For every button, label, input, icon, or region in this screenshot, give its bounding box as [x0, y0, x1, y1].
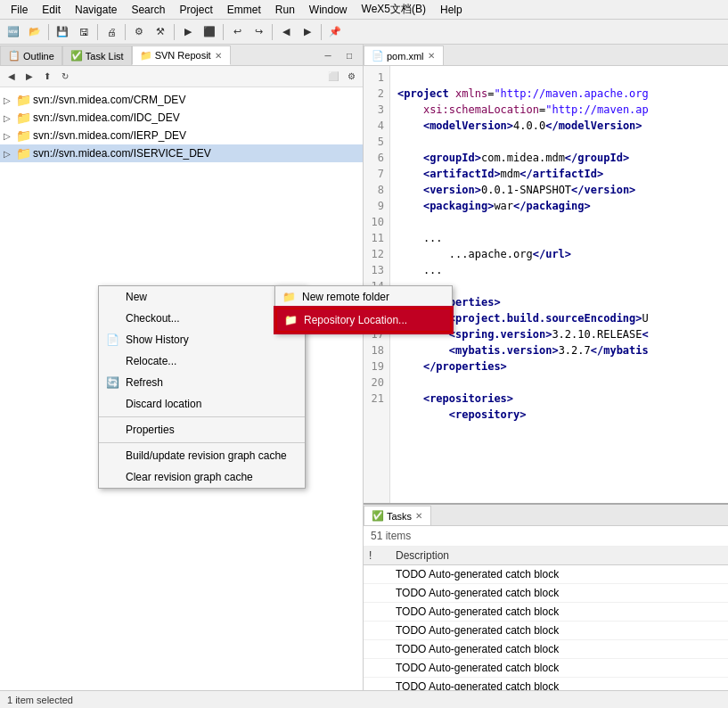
- col-bang: !: [364, 547, 390, 565]
- folder-icon-idc: 📁: [16, 111, 31, 125]
- task-desc: TODO Auto-generated catch block: [390, 565, 728, 584]
- menu-wex5[interactable]: WeX5文档(B): [355, 0, 433, 19]
- code-content[interactable]: <project xmlns="http://maven.apache.org …: [390, 66, 656, 503]
- toolbar-sep7: [321, 24, 322, 40]
- tree-label-ierp: svn://svn.midea.com/IERP_DEV: [33, 129, 186, 142]
- svn-refresh[interactable]: ↻: [57, 69, 73, 85]
- bottom-panel: ✅ Tasks ✕ 51 items ! Description TODO Au…: [364, 503, 728, 708]
- toolbar-print[interactable]: 🖨: [102, 22, 121, 42]
- ctx-build-cache[interactable]: Build/update revision graph cache: [99, 445, 305, 466]
- editor-content[interactable]: 12345 678910 1112131415 161718192021 <pr…: [364, 66, 728, 503]
- history-icon: 📄: [106, 333, 119, 346]
- task-desc: TODO Auto-generated catch block: [390, 640, 728, 659]
- table-row[interactable]: TODO Auto-generated catch block: [364, 622, 728, 640]
- table-row[interactable]: TODO Auto-generated catch block: [364, 603, 728, 622]
- svn-fwd[interactable]: ▶: [21, 69, 37, 85]
- ctx-sep1: [99, 416, 305, 417]
- left-tab-bar: 📋 Outline ✅ Task List 📁 SVN Reposit ✕ ─ …: [0, 45, 363, 66]
- task-desc: TODO Auto-generated catch block: [390, 584, 728, 603]
- svn-back[interactable]: ◀: [4, 69, 20, 85]
- editor-tab-bar: 📄 pom.xml ✕: [364, 45, 728, 66]
- toolbar-redo[interactable]: ↪: [249, 22, 268, 42]
- table-row[interactable]: TODO Auto-generated catch block: [364, 565, 728, 584]
- expand-ierp: ▷: [4, 131, 14, 141]
- editor-tab-close[interactable]: ✕: [427, 51, 436, 61]
- toolbar-stop[interactable]: ⬛: [200, 22, 219, 42]
- table-row[interactable]: TODO Auto-generated catch block: [364, 640, 728, 659]
- menu-emmet[interactable]: Emmet: [220, 2, 268, 18]
- menu-help[interactable]: Help: [433, 2, 470, 18]
- tree-item-ierp[interactable]: ▷ 📁 svn://svn.midea.com/IERP_DEV: [0, 127, 363, 144]
- submenu-repo-label: Repository Location...: [304, 314, 407, 326]
- svn-collapse[interactable]: ⬜: [325, 69, 341, 85]
- tree-item-crm[interactable]: ▷ 📁 svn://svn.midea.com/CRM_DEV: [0, 91, 363, 109]
- toolbar-sep2: [97, 24, 98, 40]
- ctx-discard-label: Discard location: [126, 398, 201, 410]
- task-bang: [364, 603, 390, 622]
- xml-icon: 📄: [372, 50, 384, 62]
- col-desc: Description: [390, 547, 728, 565]
- tab-svn[interactable]: 📁 SVN Reposit ✕: [132, 45, 231, 65]
- toolbar-nav-back[interactable]: ◀: [276, 22, 296, 42]
- menu-run[interactable]: Run: [268, 2, 302, 18]
- ctx-properties[interactable]: Properties: [99, 419, 305, 440]
- expand-crm: ▷: [4, 95, 14, 105]
- task-desc: TODO Auto-generated catch block: [390, 659, 728, 678]
- folder-icon-ierp: 📁: [16, 128, 31, 143]
- menu-window[interactable]: Window: [302, 2, 355, 18]
- toolbar-sep5: [223, 24, 224, 40]
- ctx-clear-cache[interactable]: Clear revision graph cache: [99, 466, 305, 488]
- ctx-discard[interactable]: Discard location: [99, 393, 305, 415]
- toolbar-run[interactable]: ▶: [178, 22, 198, 42]
- tab-outline-label: Outline: [23, 51, 54, 62]
- svn-up[interactable]: ⬆: [39, 69, 55, 85]
- tab-svn-close[interactable]: ✕: [214, 51, 223, 61]
- toolbar-save-all[interactable]: 🖫: [74, 22, 94, 42]
- toolbar-save[interactable]: 💾: [53, 22, 72, 42]
- toolbar-open[interactable]: 📂: [25, 22, 45, 42]
- submenu-repo-location[interactable]: 📁 Repository Location...: [275, 308, 452, 333]
- task-bang: [364, 640, 390, 659]
- task-bang: [364, 659, 390, 678]
- tasks-tab-close[interactable]: ✕: [414, 511, 423, 521]
- table-row[interactable]: TODO Auto-generated catch block: [364, 584, 728, 603]
- ctx-relocate[interactable]: Relocate...: [99, 350, 305, 372]
- panel-minimize[interactable]: ─: [318, 45, 338, 65]
- ctx-sep2: [99, 442, 305, 443]
- main-toolbar: 🆕 📂 💾 🖫 🖨 ⚙ ⚒ ▶ ⬛ ↩ ↪ ◀ ▶ 📌: [0, 20, 728, 45]
- outline-icon: 📋: [8, 50, 20, 62]
- submenu-new-folder[interactable]: 📁 New remote folder: [275, 286, 452, 308]
- task-bang: [364, 622, 390, 640]
- ctx-refresh[interactable]: 🔄 Refresh: [99, 372, 305, 393]
- panel-maximize[interactable]: □: [339, 45, 359, 65]
- tab-tasks[interactable]: ✅ Tasks ✕: [364, 506, 431, 525]
- folder-icon-crm: 📁: [16, 93, 31, 107]
- table-row[interactable]: TODO Auto-generated catch block: [364, 659, 728, 678]
- ctx-refresh-label: Refresh: [126, 376, 163, 389]
- tab-outline[interactable]: 📋 Outline: [0, 45, 62, 65]
- toolbar-nav-fwd[interactable]: ▶: [298, 22, 317, 42]
- tab-tasklist-label: Task List: [86, 51, 124, 62]
- svn-settings[interactable]: ⚙: [343, 69, 359, 85]
- tree-item-idc[interactable]: ▷ 📁 svn://svn.midea.com/IDC_DEV: [0, 109, 363, 127]
- ctx-build-label: Build/update revision graph cache: [126, 449, 287, 462]
- toolbar-new[interactable]: 🆕: [4, 22, 23, 42]
- subfolder-icon: 📁: [282, 291, 296, 303]
- menu-file[interactable]: File: [4, 2, 35, 18]
- toolbar-back[interactable]: ⚙: [129, 22, 149, 42]
- tab-tasklist[interactable]: ✅ Task List: [62, 45, 132, 65]
- submenu-folder-label: New remote folder: [302, 291, 389, 303]
- editor-tab-pom[interactable]: 📄 pom.xml ✕: [364, 45, 444, 65]
- menu-search[interactable]: Search: [124, 2, 172, 18]
- ctx-relocate-label: Relocate...: [126, 355, 176, 367]
- task-desc: TODO Auto-generated catch block: [390, 603, 728, 622]
- menu-edit[interactable]: Edit: [35, 2, 68, 18]
- toolbar-pin[interactable]: 📌: [325, 22, 345, 42]
- menu-navigate[interactable]: Navigate: [68, 2, 124, 18]
- toolbar-fwd[interactable]: ⚒: [151, 22, 170, 42]
- menu-project[interactable]: Project: [172, 2, 219, 18]
- toolbar-undo[interactable]: ↩: [227, 22, 247, 42]
- tab-svn-label: SVN Reposit: [155, 50, 211, 61]
- toolbar-sep1: [48, 24, 49, 40]
- tree-item-iservice[interactable]: ▷ 📁 svn://svn.midea.com/ISERVICE_DEV: [0, 144, 363, 162]
